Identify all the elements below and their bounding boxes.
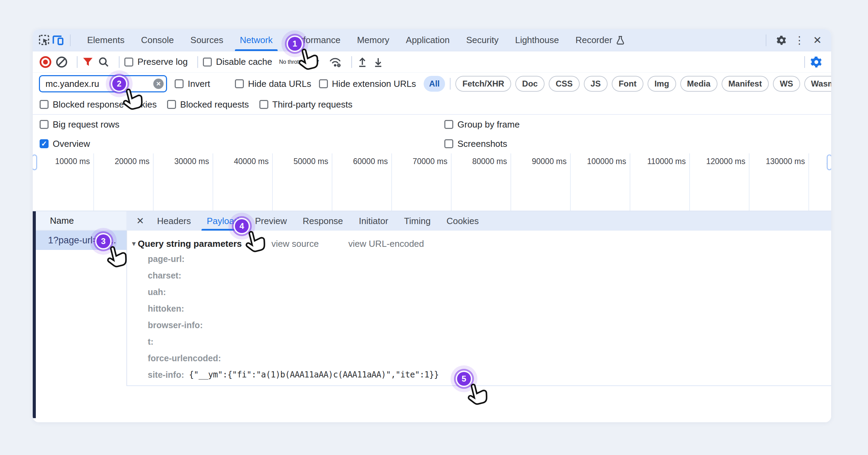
tab-lighthouse[interactable]: Lighthouse [507, 29, 567, 51]
separator [450, 78, 451, 90]
network-conditions-icon[interactable] [329, 56, 342, 68]
separator [766, 34, 766, 46]
import-har-icon[interactable] [357, 56, 368, 68]
close-devtools-icon[interactable]: ✕ [810, 33, 825, 48]
type-filter-font[interactable]: Font [612, 76, 643, 92]
view-url-encoded-link[interactable]: view URL-encoded [348, 239, 424, 249]
param-row: t: [132, 333, 831, 350]
checkbox-unchecked[interactable] [40, 100, 49, 109]
disable-cache-checkbox[interactable]: Disable cache [203, 57, 272, 67]
blocked-filters-row: Blocked response cookies Blocked request… [33, 95, 831, 115]
third-party-requests-checkbox[interactable]: Third-party requests [259, 99, 353, 110]
param-row: charset: [132, 267, 831, 284]
type-filter-all[interactable]: All [424, 76, 445, 92]
request-list-scrollbar[interactable] [33, 211, 36, 418]
disable-cache-label: Disable cache [216, 57, 272, 67]
details-tab-cookies[interactable]: Cookies [438, 211, 487, 231]
request-type-filters: All Fetch/XHR Doc CSS JS Font Img Media … [424, 76, 831, 92]
type-filter-media[interactable]: Media [680, 76, 717, 92]
network-settings-gear-icon[interactable] [810, 55, 823, 69]
settings-gear-icon[interactable] [774, 33, 789, 48]
search-icon[interactable] [98, 57, 109, 68]
type-filter-css[interactable]: CSS [549, 76, 579, 92]
separator [119, 56, 120, 68]
param-row: hittoken: [132, 300, 831, 317]
tab-console[interactable]: Console [133, 29, 182, 51]
details-tab-preview[interactable]: Preview [247, 211, 294, 231]
overview-checkbox[interactable]: Overview [40, 139, 90, 149]
preserve-log-label: Preserve log [137, 57, 188, 67]
checkbox-unchecked[interactable] [40, 120, 49, 129]
network-overview-timeline[interactable]: 10000 ms 20000 ms 30000 ms 40000 ms 5000… [33, 153, 831, 211]
preserve-log-checkbox[interactable]: Preserve log [124, 57, 188, 67]
clear-filter-icon[interactable]: ✕ [153, 79, 164, 89]
name-column-header[interactable]: Name [33, 211, 126, 231]
devtools-window: Elements Console Sources Network Perform… [33, 29, 831, 422]
filter-funnel-icon[interactable] [82, 57, 93, 67]
hide-extension-urls-checkbox[interactable]: Hide extension URLs [319, 79, 416, 89]
overview-left-handle[interactable] [33, 154, 37, 170]
tab-application[interactable]: Application [397, 29, 458, 51]
param-key: hittoken: [148, 304, 184, 314]
filter-input[interactable] [39, 75, 167, 92]
param-row: force-urlencoded: [132, 350, 831, 366]
param-key: browser-info: [148, 320, 203, 330]
checkbox-unchecked[interactable] [444, 139, 453, 148]
param-key: site-info: [148, 370, 184, 380]
checkbox-unchecked[interactable] [235, 79, 244, 88]
type-filter-ws[interactable]: WS [773, 76, 800, 92]
group-by-frame-checkbox[interactable]: Group by frame [444, 119, 520, 130]
type-filter-doc[interactable]: Doc [515, 76, 545, 92]
checkbox-unchecked[interactable] [319, 79, 328, 88]
query-string-section-header[interactable]: ▾ Query string parameters view source vi… [132, 237, 831, 251]
separator [77, 56, 78, 68]
details-tab-headers[interactable]: Headers [149, 211, 199, 231]
type-filter-img[interactable]: Img [648, 76, 676, 92]
type-filter-manifest[interactable]: Manifest [722, 76, 769, 92]
tab-recorder[interactable]: Recorder [567, 29, 633, 51]
param-key: charset: [148, 271, 181, 281]
checkbox-unchecked[interactable] [259, 100, 268, 109]
type-filter-wasm[interactable]: Wasm [804, 76, 831, 92]
details-tab-timing[interactable]: Timing [396, 211, 438, 231]
device-toolbar-icon[interactable] [51, 33, 65, 47]
tab-security[interactable]: Security [458, 29, 507, 51]
hide-data-urls-checkbox[interactable]: Hide data URLs [235, 79, 311, 89]
big-request-rows-checkbox[interactable]: Big request rows [40, 119, 120, 130]
overview-right-handle[interactable] [827, 154, 831, 170]
big-request-rows-label: Big request rows [53, 119, 120, 130]
checkbox-unchecked[interactable] [175, 79, 184, 88]
tab-memory[interactable]: Memory [349, 29, 397, 51]
more-options-kebab-icon[interactable]: ⋮ [792, 33, 807, 48]
timeline-tick: 90000 ms [511, 153, 571, 211]
export-har-icon[interactable] [373, 56, 384, 68]
inspect-element-icon[interactable] [38, 33, 51, 47]
checkbox-unchecked[interactable] [203, 58, 212, 67]
type-filter-js[interactable]: JS [584, 76, 608, 92]
screenshots-checkbox[interactable]: Screenshots [444, 139, 507, 149]
details-tab-initiator[interactable]: Initiator [351, 211, 396, 231]
checkbox-unchecked[interactable] [444, 120, 453, 129]
details-tab-response[interactable]: Response [295, 211, 351, 231]
close-details-icon[interactable]: ✕ [131, 211, 149, 231]
clear-network-log-icon[interactable] [56, 57, 67, 68]
checkbox-checked[interactable] [40, 139, 49, 148]
checkbox-unchecked[interactable] [124, 58, 133, 67]
checkbox-unchecked[interactable] [167, 100, 176, 109]
tab-recorder-label: Recorder [576, 35, 612, 46]
tab-elements[interactable]: Elements [79, 29, 133, 51]
view-source-link[interactable]: view source [271, 239, 319, 249]
blocked-requests-checkbox[interactable]: Blocked requests [167, 99, 249, 110]
tab-network[interactable]: Network [231, 29, 281, 51]
timeline-tick: 100000 ms [571, 153, 630, 211]
screenshots-label: Screenshots [457, 139, 507, 149]
third-party-requests-label: Third-party requests [272, 99, 353, 110]
blocked-requests-label: Blocked requests [180, 99, 249, 110]
overview-label: Overview [53, 139, 90, 149]
type-filter-fetch-xhr[interactable]: Fetch/XHR [455, 76, 511, 92]
record-network-log-icon[interactable] [40, 56, 51, 68]
tab-sources[interactable]: Sources [182, 29, 231, 51]
invert-checkbox[interactable]: Invert [175, 79, 210, 89]
network-filter-row: ✕ Invert Hide data URLs Hide extension U… [33, 73, 831, 95]
network-toolbar: Preserve log Disable cache No throttling… [33, 51, 831, 73]
